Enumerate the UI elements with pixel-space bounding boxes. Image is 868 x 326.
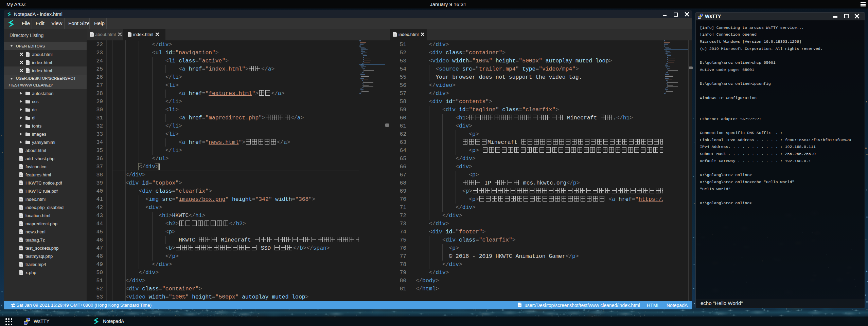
svg-text:<>: <> bbox=[20, 223, 23, 225]
svg-text:<>: <> bbox=[20, 239, 23, 242]
svg-text:<>: <> bbox=[20, 174, 23, 176]
svg-text:<>: <> bbox=[20, 272, 23, 274]
svg-text:<>: <> bbox=[20, 256, 23, 258]
svg-text:<>: <> bbox=[20, 264, 23, 266]
svg-text:<>: <> bbox=[518, 305, 521, 307]
svg-text:<>: <> bbox=[26, 62, 29, 64]
svg-text:<>: <> bbox=[26, 54, 29, 56]
svg-text:<>: <> bbox=[128, 34, 131, 36]
svg-text:<>: <> bbox=[20, 231, 23, 233]
svg-text:<>: <> bbox=[20, 166, 23, 168]
svg-text:<>: <> bbox=[394, 34, 396, 36]
svg-text:<>: <> bbox=[20, 248, 23, 250]
svg-text:<>: <> bbox=[20, 183, 23, 185]
svg-text:<>: <> bbox=[20, 191, 23, 193]
svg-text:<>: <> bbox=[20, 199, 23, 201]
svg-text:<>: <> bbox=[20, 207, 23, 209]
svg-text:<>: <> bbox=[20, 215, 23, 217]
svg-text:<>: <> bbox=[91, 34, 93, 36]
svg-text:<>: <> bbox=[20, 150, 23, 152]
svg-text:<>: <> bbox=[20, 158, 23, 160]
svg-text:<>: <> bbox=[26, 70, 29, 72]
